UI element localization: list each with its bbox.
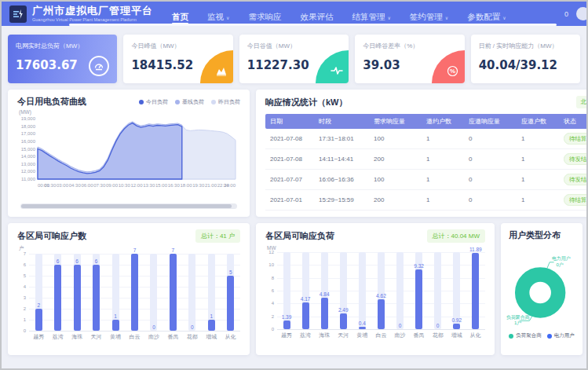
svg-text:03:00: 03:00 <box>57 183 69 188</box>
column-header: 时段 <box>314 114 369 129</box>
bar-category-label: 从化 <box>221 333 240 341</box>
svg-text:04:30: 04:30 <box>69 183 82 188</box>
avatar[interactable] <box>576 7 588 20</box>
svg-text:17,000: 17,000 <box>21 131 36 136</box>
nav-item-monitor[interactable]: 监视∨ <box>207 2 229 26</box>
bar-南沙: 0 <box>396 252 404 329</box>
notification-badge[interactable]: 0 <box>564 10 568 18</box>
cell-invited: 1 <box>422 170 464 190</box>
bar-category-label: 越秀 <box>277 332 296 339</box>
bar-海珠: 6 <box>74 254 81 331</box>
svg-text:12:00: 12:00 <box>130 183 143 188</box>
column-header: 状态 <box>559 114 588 129</box>
kpi-card-realtime-total-load: 电网实时总负荷（MW）17603.67 <box>8 35 117 83</box>
legend-item[interactable]: 基线负荷 <box>175 98 204 106</box>
kpi-card-today-valley: 今日谷值（MW）11227.30 <box>239 35 349 83</box>
status-badge: 待结算 <box>564 133 588 145</box>
cell-period: 14:11~14:41 <box>314 149 369 170</box>
load-curve-title: 今日用电负荷曲线 <box>17 96 86 108</box>
bar-category-label: 黄埔 <box>106 333 125 341</box>
nav-item-label: 结算管理 <box>352 12 385 23</box>
gauge-icon <box>89 56 109 76</box>
bar-value: 2 <box>27 302 50 308</box>
user-type-panel: 用户类型分布 电力用户 0户 负荷聚合商 1户 负荷聚合商电力用户 <box>501 223 583 355</box>
navbar: 广州市虚拟电厂管理平台 Guangzhou Virtual Power Plan… <box>2 2 586 26</box>
legend-dot-icon <box>547 334 552 339</box>
column-header: 邀约户数 <box>422 114 464 129</box>
bar-fill <box>112 320 119 331</box>
nav-item-home[interactable]: 首页 <box>172 2 188 26</box>
beijing-time-badge: 北京时间: 2021-07-08 18:16 <box>576 96 588 108</box>
bar-category-label: 荔湾 <box>296 332 315 339</box>
nav-right: 0 <box>564 7 579 20</box>
load-curve-chart: 11,00012,00013,00014,00015,00016,00017,0… <box>17 115 240 200</box>
area-chart-icon <box>200 50 233 83</box>
table-row: 2021-07-0115:29~15:59200101待结算查看 <box>265 190 588 211</box>
cell-demand: 200 <box>369 190 422 211</box>
load-curve-panel: 今日用电负荷曲线 今日负荷基线负荷昨日负荷 (MW) 11,00012,0001… <box>8 90 250 217</box>
bar-南沙: 0 <box>150 254 157 331</box>
bar-value: 0 <box>426 323 450 328</box>
bar-category-label: 花都 <box>429 332 447 339</box>
district-households-panel: 各区局可响应户数 总计：41 户 户 0123456726661707015越秀… <box>8 223 250 355</box>
kpi-card-today-peak: 今日峰值（MW）18415.52 <box>123 35 232 83</box>
bar-从化: 5 <box>227 254 234 331</box>
nav-item-params[interactable]: 参数配置∨ <box>467 2 506 26</box>
bar-value: 0 <box>389 323 412 328</box>
cell-date: 2021-07-08 <box>265 129 314 149</box>
cell-period: 16:06~16:36 <box>314 170 369 190</box>
svg-text:16,000: 16,000 <box>21 139 36 144</box>
bar-value: 1.39 <box>275 314 298 320</box>
district-households-title: 各区局可响应户数 <box>17 230 86 242</box>
legend-item[interactable]: 今日负荷 <box>139 98 168 106</box>
nav-item-label: 效果评估 <box>300 12 333 23</box>
app-subtitle: Guangzhou Virtual Power Plant Management… <box>32 17 144 22</box>
kpi-label: 电网实时总负荷（MW） <box>16 42 109 50</box>
nav-item-contract[interactable]: 签约管理∨ <box>410 2 448 26</box>
nav-item-demand-response[interactable]: 需求响应 <box>248 2 281 26</box>
nav-item-label: 监视 <box>207 12 224 23</box>
kpi-row: 电网实时总负荷（MW）17603.67今日峰值（MW）18415.52今日谷值（… <box>8 35 580 83</box>
column-header: 应邀户数 <box>517 114 559 129</box>
svg-text:19,000: 19,000 <box>21 116 36 121</box>
nav-item-settlement[interactable]: 结算管理∨ <box>352 2 390 26</box>
bar-花都: 0 <box>188 254 195 331</box>
svg-text:21:00: 21:00 <box>205 183 217 188</box>
cell-demand: 100 <box>369 170 422 190</box>
bar-黄埔: 0.4 <box>359 252 366 329</box>
cell-period: 17:31~18:01 <box>314 129 369 149</box>
load-curve-unit: (MW) <box>19 109 240 115</box>
svg-text:12,000: 12,000 <box>21 169 36 174</box>
legend-item[interactable]: 昨日负荷 <box>211 98 240 106</box>
chart-scrollbar[interactable] <box>20 203 237 209</box>
column-header: 日期 <box>265 114 314 129</box>
cell-responded-amount: 0 <box>464 129 517 149</box>
svg-text:07:30: 07:30 <box>93 183 106 188</box>
legend-item[interactable]: 负荷聚合商 <box>509 332 542 339</box>
scrollbar-thumb[interactable] <box>21 204 232 208</box>
cell-date: 2021-07-08 <box>265 149 314 170</box>
nav-item-label: 签约管理 <box>410 12 443 23</box>
legend-dot-icon <box>211 100 216 104</box>
chevron-down-icon: ∨ <box>226 15 229 20</box>
legend-item[interactable]: 电力用户 <box>547 332 575 339</box>
bar-增城: 1 <box>208 254 215 331</box>
bar-fill <box>321 298 328 329</box>
response-table: 日期时段需求响应量邀约户数应邀响应量应邀户数状态操作 2021-07-0817:… <box>265 114 588 211</box>
bar-value: 11.89 <box>464 247 488 252</box>
bar-天河: 6 <box>93 254 100 331</box>
mid-row: 今日用电负荷曲线 今日负荷基线负荷昨日负荷 (MW) 11,00012,0001… <box>8 90 580 217</box>
cell-date: 2021-07-07 <box>265 170 314 190</box>
bar-fill <box>378 299 385 329</box>
user-type-donut-wrap: 电力用户 0户 负荷聚合商 1户 负荷聚合商电力用户 <box>506 249 578 339</box>
bar-fill <box>93 265 100 331</box>
kpi-label: 今日峰值（MW） <box>131 42 225 50</box>
kpi-card-response-capability: 日前 / 实时响应能力（MW）40.04/39.12 <box>471 35 580 83</box>
status-badge: 待结算 <box>564 194 588 206</box>
cell-responded-users: 1 <box>517 149 559 170</box>
nav-item-effect-eval[interactable]: 效果评估 <box>300 2 333 26</box>
load-unit: MW <box>267 245 485 251</box>
cell-invited: 1 <box>422 149 464 170</box>
bar-category-label: 天河 <box>87 333 106 341</box>
nav-menu: 首页监视∨需求响应效果评估结算管理∨签约管理∨参数配置∨ <box>172 2 506 26</box>
